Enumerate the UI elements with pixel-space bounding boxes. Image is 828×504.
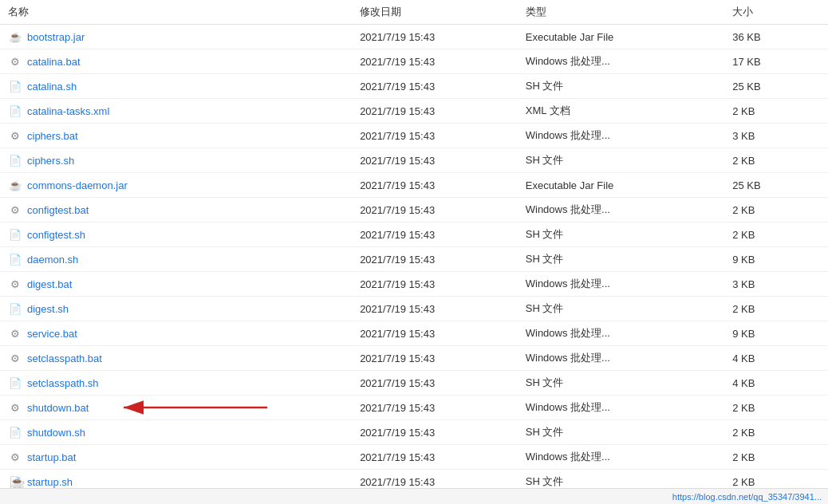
- file-name-label: ciphers.bat: [27, 130, 78, 142]
- file-icon-bat: ⚙: [8, 402, 22, 414]
- file-date-cell: 2021/7/19 15:43: [352, 49, 518, 74]
- file-type-cell: SH 文件: [518, 222, 725, 247]
- table-row[interactable]: ☕bootstrap.jar2021/7/19 15:43Executable …: [0, 25, 828, 49]
- file-date-cell: 2021/7/19 15:43: [352, 272, 518, 297]
- table-row[interactable]: 📄digest.sh2021/7/19 15:43SH 文件2 KB: [0, 297, 828, 321]
- table-row[interactable]: 📄daemon.sh2021/7/19 15:43SH 文件9 KB: [0, 247, 828, 272]
- file-size-cell: 9 KB: [724, 321, 828, 346]
- file-icon-sh: 📄: [8, 229, 22, 241]
- table-row[interactable]: 📄setclasspath.sh2021/7/19 15:43SH 文件4 KB: [0, 371, 828, 396]
- file-name-cell[interactable]: 📄configtest.sh: [0, 222, 352, 247]
- file-type-cell: SH 文件: [518, 247, 725, 272]
- file-name-cell[interactable]: ⚙ciphers.bat: [0, 124, 352, 148]
- file-size-cell: 4 KB: [724, 371, 828, 396]
- table-row[interactable]: ☕commons-daemon.jar2021/7/19 15:43Execut…: [0, 173, 828, 198]
- file-date-cell: 2021/7/19 15:43: [352, 222, 518, 247]
- file-name-cell[interactable]: 📄digest.sh: [0, 297, 352, 321]
- table-row[interactable]: ⚙configtest.bat2021/7/19 15:43Windows 批处…: [0, 198, 828, 222]
- file-icon-bat: ⚙: [8, 130, 22, 142]
- file-size-cell: 2 KB: [724, 470, 828, 489]
- file-name-cell[interactable]: 📄startup.sh: [0, 470, 352, 489]
- table-row[interactable]: 📄shutdown.sh2021/7/19 15:43SH 文件2 KB: [0, 420, 828, 445]
- table-row[interactable]: 📄ciphers.sh2021/7/19 15:43SH 文件2 KB: [0, 148, 828, 173]
- file-list-container[interactable]: 名称 修改日期 类型 大小 ☕bootstrap.jar2021/7/19 15…: [0, 0, 828, 488]
- file-name-label: digest.bat: [27, 278, 72, 290]
- table-row[interactable]: ⚙setclasspath.bat2021/7/19 15:43Windows …: [0, 346, 828, 371]
- file-name-label: startup.bat: [27, 451, 76, 463]
- file-icon-bat: ⚙: [8, 56, 22, 68]
- table-row[interactable]: ⚙startup.bat2021/7/19 15:43Windows 批处理..…: [0, 445, 828, 470]
- file-type-cell: Windows 批处理...: [518, 49, 725, 74]
- file-name-cell[interactable]: ⚙startup.bat: [0, 445, 352, 470]
- file-name-cell[interactable]: 📄shutdown.sh: [0, 420, 352, 445]
- file-name-cell[interactable]: ⚙digest.bat: [0, 272, 352, 297]
- file-type-cell: Windows 批处理...: [518, 346, 725, 371]
- file-name-cell[interactable]: ☕commons-daemon.jar: [0, 173, 352, 198]
- table-row[interactable]: 📄startup.sh2021/7/19 15:43SH 文件2 KB: [0, 470, 828, 489]
- col-header-type[interactable]: 类型: [518, 0, 725, 25]
- table-row[interactable]: 📄configtest.sh2021/7/19 15:43SH 文件2 KB: [0, 222, 828, 247]
- file-name-cell[interactable]: ⚙configtest.bat: [0, 198, 352, 222]
- status-bar: https://blog.csdn.net/qq_35347/3941...: [0, 488, 828, 504]
- file-icon-bat: ⚙: [8, 278, 22, 290]
- file-date-cell: 2021/7/19 15:43: [352, 371, 518, 396]
- col-header-date[interactable]: 修改日期: [352, 0, 518, 25]
- file-icon-bat: ⚙: [8, 328, 22, 340]
- file-name-label: catalina.bat: [27, 56, 81, 68]
- file-name-cell[interactable]: 📄setclasspath.sh: [0, 371, 352, 396]
- table-row[interactable]: ⚙digest.bat2021/7/19 15:43Windows 批处理...…: [0, 272, 828, 297]
- file-icon-sh: 📄: [8, 155, 22, 167]
- table-row[interactable]: ⚙ciphers.bat2021/7/19 15:43Windows 批处理..…: [0, 124, 828, 148]
- file-name-cell[interactable]: ⚙setclasspath.bat: [0, 346, 352, 371]
- col-header-name[interactable]: 名称: [0, 0, 352, 25]
- file-size-cell: 2 KB: [724, 445, 828, 470]
- file-date-cell: 2021/7/19 15:43: [352, 470, 518, 489]
- table-row[interactable]: ⚙shutdown.bat2021/7/19 15:43Windows 批处理.…: [0, 396, 828, 420]
- file-size-cell: 25 KB: [724, 74, 828, 99]
- file-name-label: setclasspath.sh: [27, 377, 99, 389]
- file-type-cell: SH 文件: [518, 371, 725, 396]
- table-row[interactable]: 📄catalina.sh2021/7/19 15:43SH 文件25 KB: [0, 74, 828, 99]
- file-icon-bat: ⚙: [8, 451, 22, 463]
- file-icon-sh: 📄: [8, 303, 22, 315]
- file-size-cell: 2 KB: [724, 297, 828, 321]
- file-name-cell[interactable]: ⚙shutdown.bat: [0, 396, 352, 420]
- col-header-size[interactable]: 大小: [724, 0, 828, 25]
- file-name-cell[interactable]: ⚙service.bat: [0, 321, 352, 346]
- file-name-label: service.bat: [27, 328, 77, 340]
- file-date-cell: 2021/7/19 15:43: [352, 321, 518, 346]
- file-name-label: bootstrap.jar: [27, 31, 85, 43]
- table-header: 名称 修改日期 类型 大小: [0, 0, 828, 25]
- java-icon-marker: ☕: [10, 475, 21, 486]
- file-date-cell: 2021/7/19 15:43: [352, 25, 518, 49]
- file-type-cell: Windows 批处理...: [518, 445, 725, 470]
- file-size-cell: 2 KB: [724, 420, 828, 445]
- file-date-cell: 2021/7/19 15:43: [352, 124, 518, 148]
- file-name-cell[interactable]: 📄ciphers.sh: [0, 148, 352, 173]
- file-size-cell: 36 KB: [724, 25, 828, 49]
- file-icon-sh: 📄: [8, 427, 22, 439]
- file-name-cell[interactable]: ⚙catalina.bat: [0, 49, 352, 74]
- file-name-cell[interactable]: 📄daemon.sh: [0, 247, 352, 272]
- file-date-cell: 2021/7/19 15:43: [352, 297, 518, 321]
- file-name-cell[interactable]: ☕bootstrap.jar: [0, 25, 352, 49]
- file-type-cell: Windows 批处理...: [518, 396, 725, 420]
- file-name-label: daemon.sh: [27, 254, 78, 266]
- file-size-cell: 4 KB: [724, 346, 828, 371]
- file-size-cell: 25 KB: [724, 173, 828, 198]
- file-icon-jar: ☕: [8, 31, 22, 43]
- file-type-cell: Windows 批处理...: [518, 124, 725, 148]
- file-type-cell: SH 文件: [518, 297, 725, 321]
- file-size-cell: 2 KB: [724, 198, 828, 222]
- file-name-label: setclasspath.bat: [27, 352, 102, 364]
- file-name-label: shutdown.bat: [27, 402, 89, 414]
- file-date-cell: 2021/7/19 15:43: [352, 445, 518, 470]
- file-icon-sh: 📄: [8, 254, 22, 266]
- file-size-cell: 2 KB: [724, 148, 828, 173]
- table-row[interactable]: ⚙service.bat2021/7/19 15:43Windows 批处理..…: [0, 321, 828, 346]
- table-row[interactable]: 📄catalina-tasks.xml2021/7/19 15:43XML 文档…: [0, 99, 828, 124]
- table-row[interactable]: ⚙catalina.bat2021/7/19 15:43Windows 批处理.…: [0, 49, 828, 74]
- file-name-cell[interactable]: 📄catalina.sh: [0, 74, 352, 99]
- file-name-label: catalina.sh: [27, 81, 77, 93]
- file-name-cell[interactable]: 📄catalina-tasks.xml: [0, 99, 352, 124]
